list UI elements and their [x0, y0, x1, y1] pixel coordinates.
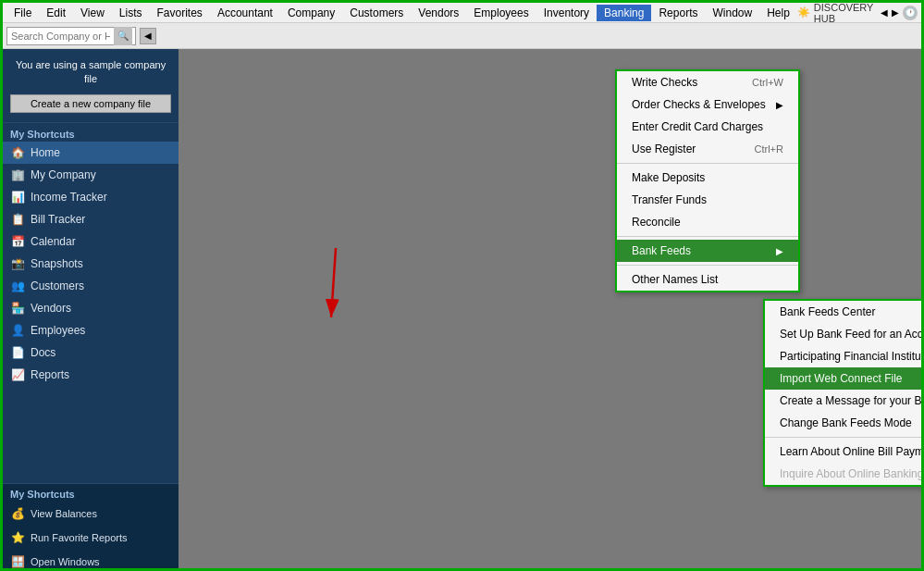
menu-item-help[interactable]: Help [759, 5, 797, 21]
collapse-sidebar-button[interactable]: ◀ [140, 28, 156, 44]
order-checks-arrow: ▶ [776, 100, 783, 110]
bankfeeds-learn-bill[interactable]: Learn About Online Bill Payment [765, 441, 924, 463]
banking-menu-reconcile[interactable]: Reconcile [617, 211, 798, 233]
order-checks-label: Order Checks & Envelopes [632, 98, 766, 111]
sidebar-item-home[interactable]: 🏠 Home [3, 142, 179, 164]
enter-credit-label: Enter Credit Card Charges [632, 120, 763, 133]
sidebar-company-section: You are using a sample company file Crea… [3, 49, 179, 123]
menu-item-favorites[interactable]: Favorites [150, 5, 210, 21]
search-box[interactable]: 🔍 [6, 27, 136, 45]
sidebar-item-my-company-label: My Company [31, 168, 96, 181]
use-register-label: Use Register [632, 143, 696, 155]
search-button[interactable]: 🔍 [114, 27, 132, 45]
menu-item-view[interactable]: View [73, 5, 112, 21]
sidebar-item-my-company[interactable]: 🏢 My Company [3, 164, 179, 186]
banking-dropdown-menu: Write Checks Ctrl+W Order Checks & Envel… [615, 69, 800, 292]
banking-menu-other-names[interactable]: Other Names List [617, 268, 798, 291]
reconcile-label: Reconcile [632, 216, 681, 229]
sidebar-item-vendors[interactable]: 🏪 Vendors [3, 297, 179, 319]
star-icon: ⭐ [10, 530, 25, 545]
banking-menu-bank-feeds[interactable]: Bank Feeds ▶ [617, 240, 798, 262]
menu-item-accountant[interactable]: Accountant [210, 5, 280, 21]
sidebar: You are using a sample company file Crea… [3, 49, 179, 571]
sidebar-bottom: My Shortcuts 💰 View Balances ⭐ Run Favor… [3, 483, 179, 571]
change-mode-label: Change Bank Feeds Mode [780, 416, 912, 429]
bill-tracker-icon: 📋 [10, 212, 25, 227]
menu-item-lists[interactable]: Lists [112, 5, 150, 21]
arrow-right-icon[interactable]: ▶ [892, 7, 899, 18]
bank-feeds-center-label: Bank Feeds Center [780, 305, 875, 318]
discovery-hub-label: DISCOVERY HUB [814, 2, 873, 24]
discovery-hub[interactable]: ☀️ DISCOVERY HUB [797, 2, 873, 24]
make-deposits-label: Make Deposits [632, 171, 705, 184]
sidebar-item-bill-tracker-label: Bill Tracker [31, 213, 85, 226]
bank-feeds-label: Bank Feeds [632, 244, 691, 257]
menu-item-reports[interactable]: Reports [651, 5, 705, 21]
toolbar-icons: ◀ ▶ 🕐 13 [881, 6, 924, 20]
menu-item-file[interactable]: File [6, 5, 39, 21]
sidebar-item-reports[interactable]: 📈 Reports [3, 364, 179, 386]
menu-item-inventory[interactable]: Inventory [536, 5, 597, 21]
snapshots-icon: 📸 [10, 256, 25, 271]
sidebar-item-snapshots[interactable]: 📸 Snapshots [3, 253, 179, 275]
sidebar-item-open-windows[interactable]: 🪟 Open Windows [3, 550, 179, 571]
employees-icon: 👤 [10, 323, 25, 338]
other-names-label: Other Names List [632, 273, 718, 286]
sidebar-item-employees-label: Employees [31, 324, 85, 337]
view-balances-label: View Balances [31, 508, 97, 519]
menu-item-edit[interactable]: Edit [39, 5, 73, 21]
menu-item-customers[interactable]: Customers [342, 5, 411, 21]
main-layout: You are using a sample company file Crea… [3, 49, 921, 571]
transfer-funds-label: Transfer Funds [632, 193, 707, 206]
banking-menu-use-register[interactable]: Use Register Ctrl+R [617, 138, 798, 160]
bankfeeds-import-web[interactable]: Import Web Connect File [765, 367, 924, 390]
search-input[interactable] [7, 31, 114, 42]
menu-item-banking[interactable]: Banking [597, 5, 651, 21]
menu-item-company[interactable]: Company [280, 5, 342, 21]
home-icon: 🏠 [10, 145, 25, 160]
bankfeeds-create-message[interactable]: Create a Message for your Bank [765, 390, 924, 412]
clock-icon: 🕐 [903, 6, 918, 20]
bankfeeds-center[interactable]: Bank Feeds Center [765, 301, 924, 323]
sun-icon: ☀️ [797, 6, 810, 19]
sidebar-item-bill-tracker[interactable]: 📋 Bill Tracker [3, 208, 179, 230]
menu-item-vendors[interactable]: Vendors [411, 5, 466, 21]
menu-item-window[interactable]: Window [705, 5, 759, 21]
write-checks-shortcut: Ctrl+W [752, 77, 783, 88]
bankfeeds-inquire: Inquire About Online Banking Payment [765, 463, 924, 485]
docs-icon: 📄 [10, 345, 25, 360]
banking-menu-transfer-funds[interactable]: Transfer Funds [617, 189, 798, 211]
menu-item-employees[interactable]: Employees [466, 5, 536, 21]
sidebar-item-home-label: Home [31, 146, 60, 159]
banking-menu-enter-credit[interactable]: Enter Credit Card Charges [617, 116, 798, 138]
banking-menu-write-checks[interactable]: Write Checks Ctrl+W [617, 71, 798, 93]
menu-bar: File Edit View Lists Favorites Accountan… [3, 3, 921, 23]
shortcuts-bottom-label: My Shortcuts [3, 484, 179, 502]
bankfeeds-institutions[interactable]: Participating Financial Institutions [765, 345, 924, 367]
banking-menu-make-deposits[interactable]: Make Deposits [617, 167, 798, 189]
sidebar-item-customers-label: Customers [31, 279, 84, 292]
sidebar-item-docs[interactable]: 📄 Docs [3, 341, 179, 364]
use-register-shortcut: Ctrl+R [755, 143, 783, 155]
vendors-icon: 🏪 [10, 301, 25, 316]
svg-line-1 [331, 248, 336, 317]
income-tracker-icon: 📊 [10, 190, 25, 205]
sidebar-item-employees[interactable]: 👤 Employees [3, 319, 179, 341]
banking-menu-order-checks[interactable]: Order Checks & Envelopes ▶ [617, 93, 798, 116]
sidebar-item-customers[interactable]: 👥 Customers [3, 275, 179, 297]
create-message-label: Create a Message for your Bank [780, 394, 924, 407]
reports-icon: 📈 [10, 367, 25, 382]
create-company-button[interactable]: Create a new company file [10, 94, 171, 113]
calendar-icon: 📅 [10, 234, 25, 249]
sample-company-text: You are using a sample company file [10, 58, 171, 87]
sidebar-item-income-tracker[interactable]: 📊 Income Tracker [3, 186, 179, 208]
bankfeeds-change-mode[interactable]: Change Bank Feeds Mode [765, 412, 924, 434]
company-icon: 🏢 [10, 168, 25, 182]
bankfeeds-setup[interactable]: Set Up Bank Feed for an Account [765, 323, 924, 345]
balances-icon: 💰 [10, 506, 25, 521]
arrow-left-icon[interactable]: ◀ [881, 7, 888, 18]
sidebar-item-calendar[interactable]: 📅 Calendar [3, 230, 179, 253]
sidebar-item-run-reports[interactable]: ⭐ Run Favorite Reports [3, 526, 179, 550]
sidebar-item-snapshots-label: Snapshots [31, 257, 83, 270]
sidebar-item-view-balances[interactable]: 💰 View Balances [3, 502, 179, 526]
